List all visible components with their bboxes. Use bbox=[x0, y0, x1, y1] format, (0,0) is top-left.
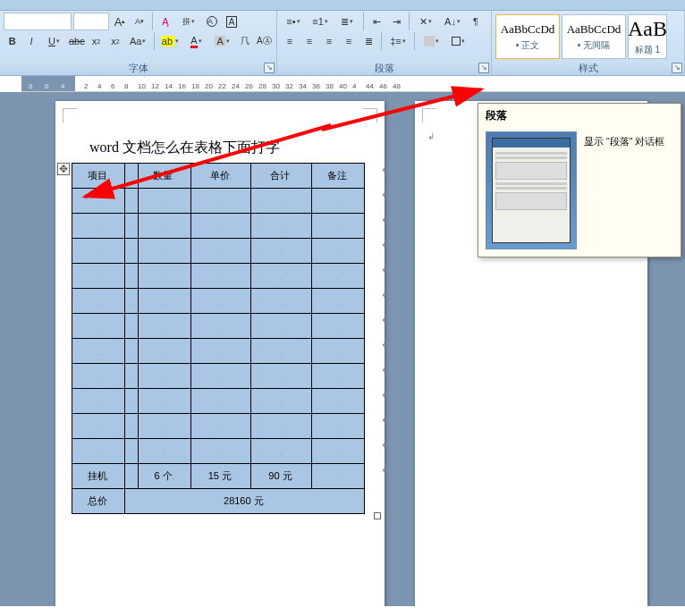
horizontal-ruler[interactable]: 8642468101214161820222426283032343638404… bbox=[21, 76, 685, 92]
table-cell[interactable]: . bbox=[190, 314, 251, 339]
table-move-handle[interactable]: ✥ bbox=[57, 163, 70, 175]
table-cell[interactable]: . bbox=[251, 364, 312, 389]
borders-button[interactable]: ▾ bbox=[445, 32, 470, 50]
sort-button[interactable]: A↓▾ bbox=[440, 13, 465, 30]
style-heading1[interactable]: AaB 标题 1 bbox=[628, 14, 667, 59]
table-cell[interactable]: 总价. bbox=[72, 489, 125, 514]
increase-indent-button[interactable]: ⇥ bbox=[387, 13, 405, 30]
table-cell[interactable]: 单价. bbox=[190, 164, 251, 189]
shading-button[interactable]: ▾ bbox=[419, 32, 444, 50]
table-cell[interactable]: . bbox=[311, 339, 364, 364]
vertical-ruler[interactable] bbox=[0, 92, 21, 606]
styles-dialog-launcher[interactable]: ↘ bbox=[672, 63, 682, 73]
table-cell[interactable]: . bbox=[190, 239, 251, 264]
table-cell[interactable]: . bbox=[138, 214, 190, 239]
table-cell[interactable]: . bbox=[125, 464, 139, 489]
table-cell[interactable]: 项目. bbox=[72, 164, 125, 189]
show-marks-button[interactable]: ¶ bbox=[467, 13, 485, 30]
italic-button[interactable]: I bbox=[22, 32, 39, 50]
table-cell[interactable]: . bbox=[311, 189, 364, 214]
table-cell[interactable]: . bbox=[138, 314, 190, 339]
table-cell[interactable]: . bbox=[138, 339, 190, 364]
document-table[interactable]: 项目..数量.单价.合计.备注.↲......↲......↲......↲..… bbox=[72, 163, 367, 514]
table-cell[interactable]: . bbox=[125, 339, 139, 364]
table-cell[interactable]: . bbox=[190, 214, 251, 239]
table-cell[interactable]: . bbox=[251, 289, 312, 314]
table-cell[interactable]: . bbox=[311, 214, 364, 239]
table-cell[interactable]: . bbox=[72, 439, 125, 464]
align-center-button[interactable]: ≡ bbox=[300, 32, 318, 50]
combine-char-button[interactable]: AⒶ bbox=[256, 32, 273, 50]
table-cell[interactable]: 备注. bbox=[311, 164, 364, 189]
change-case-button[interactable]: Aa▾ bbox=[126, 32, 150, 50]
char-border-button[interactable]: A bbox=[223, 13, 241, 30]
table-cell[interactable]: . bbox=[138, 439, 190, 464]
char-shading-button[interactable]: A▾ bbox=[210, 32, 234, 50]
line-spacing-button[interactable]: ‡≡▾ bbox=[385, 32, 410, 50]
justify-button[interactable]: ≡ bbox=[340, 32, 358, 50]
paragraph-dialog-launcher[interactable]: ↘ bbox=[478, 63, 489, 73]
table-cell[interactable]: . bbox=[138, 414, 190, 439]
table-cell[interactable]: . bbox=[72, 339, 125, 364]
table-cell[interactable]: . bbox=[125, 264, 139, 289]
table-cell[interactable]: . bbox=[311, 389, 364, 414]
font-size-combo[interactable] bbox=[73, 13, 109, 30]
table-cell[interactable]: . bbox=[72, 289, 125, 314]
table-cell[interactable]: . bbox=[190, 289, 251, 314]
document-page-1[interactable]: word 文档怎么在表格下面打字 ✥ 项目..数量.单价.合计.备注.↲....… bbox=[55, 101, 385, 606]
table-cell[interactable]: . bbox=[125, 314, 139, 339]
table-cell[interactable]: . bbox=[311, 264, 364, 289]
table-cell[interactable]: . bbox=[138, 364, 190, 389]
table-cell[interactable]: . bbox=[311, 464, 364, 489]
shrink-font-button[interactable]: A▾ bbox=[131, 13, 148, 30]
table-cell[interactable]: . bbox=[190, 414, 251, 439]
numbering-button[interactable]: ≡1▾ bbox=[308, 13, 333, 30]
font-family-combo[interactable] bbox=[4, 13, 72, 30]
table-cell[interactable]: . bbox=[125, 239, 139, 264]
table-cell[interactable]: . bbox=[72, 214, 125, 239]
table-cell[interactable]: . bbox=[311, 239, 364, 264]
table-cell[interactable]: . bbox=[251, 264, 312, 289]
table-cell[interactable]: 15 元. bbox=[190, 464, 251, 489]
table-cell[interactable]: . bbox=[251, 239, 312, 264]
grow-font-button[interactable]: A▴ bbox=[111, 13, 129, 30]
table-cell[interactable]: . bbox=[190, 439, 251, 464]
table-cell[interactable]: . bbox=[311, 364, 364, 389]
table-cell[interactable]: 90 元. bbox=[251, 464, 312, 489]
table-cell[interactable]: 6 个. bbox=[138, 464, 190, 489]
table-cell[interactable]: . bbox=[72, 264, 125, 289]
table-cell[interactable]: . bbox=[138, 389, 190, 414]
clear-format-button[interactable]: Ą bbox=[156, 13, 174, 30]
table-cell[interactable]: . bbox=[72, 389, 125, 414]
table-cell[interactable]: . bbox=[251, 314, 312, 339]
table-cell[interactable]: . bbox=[190, 364, 251, 389]
table-cell[interactable]: . bbox=[72, 239, 125, 264]
table-cell[interactable]: . bbox=[125, 214, 139, 239]
superscript-button[interactable]: x2 bbox=[106, 32, 123, 50]
table-cell[interactable]: . bbox=[125, 189, 139, 214]
table-cell[interactable]: . bbox=[125, 439, 139, 464]
font-color-button[interactable]: A▾ bbox=[184, 32, 208, 50]
style-normal[interactable]: AaBbCcDd • 正文 bbox=[495, 14, 560, 59]
table-resize-handle[interactable] bbox=[374, 512, 381, 519]
bold-button[interactable]: B bbox=[4, 32, 21, 50]
table-cell[interactable]: . bbox=[190, 389, 251, 414]
phonetic-guide-button[interactable]: 拼▾ bbox=[176, 13, 201, 30]
table-cell[interactable]: . bbox=[190, 189, 251, 214]
table-cell[interactable]: . bbox=[138, 264, 190, 289]
table-cell[interactable]: . bbox=[125, 389, 139, 414]
align-right-button[interactable]: ≡ bbox=[320, 32, 338, 50]
table-cell[interactable]: . bbox=[251, 214, 312, 239]
table-cell[interactable]: . bbox=[125, 164, 139, 189]
bullets-button[interactable]: ≡•▾ bbox=[281, 13, 306, 30]
distribute-button[interactable]: ≣ bbox=[359, 32, 377, 50]
enclose-char-button[interactable]: A bbox=[203, 13, 221, 30]
table-cell[interactable]: . bbox=[311, 414, 364, 439]
font-dialog-launcher[interactable]: ↘ bbox=[264, 63, 275, 73]
align-left-button[interactable]: ≡ bbox=[281, 32, 299, 50]
table-cell[interactable]: . bbox=[190, 264, 251, 289]
table-cell[interactable]: . bbox=[251, 339, 312, 364]
table-cell[interactable]: . bbox=[251, 189, 312, 214]
table-cell[interactable]: . bbox=[251, 439, 312, 464]
highlight-button[interactable]: ab▾ bbox=[158, 32, 182, 50]
